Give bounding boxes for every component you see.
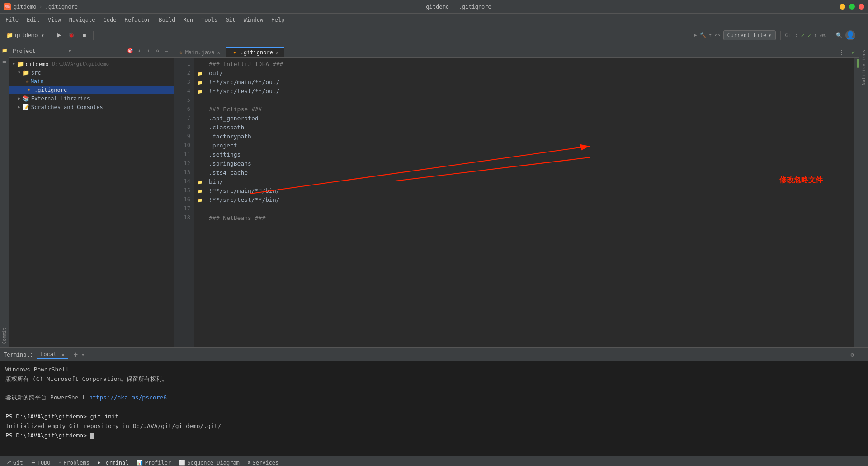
project-dropdown[interactable]: 📁 gitdemo ▾ <box>4 31 47 40</box>
terminal-settings-btn[interactable]: ⚙ <box>851 352 854 358</box>
editor-scroll-gutter[interactable] <box>854 58 859 347</box>
line6-text: ### Eclipse ### <box>209 105 262 114</box>
tree-item-src[interactable]: ▼ 📁 src <box>9 68 174 77</box>
menu-bar: File Edit View Navigate Code Refactor Bu… <box>0 14 868 26</box>
terminal-tab-icon-bottom: ▶ <box>98 460 101 466</box>
gutter-13 <box>194 168 205 177</box>
menu-tools[interactable]: Tools <box>198 16 221 24</box>
git-tab-icon-bottom: ⎇ <box>5 460 11 466</box>
menu-view[interactable]: View <box>44 16 65 24</box>
profiler-tab-label: Profiler <box>145 460 171 466</box>
project-panel-title: Project <box>13 48 65 54</box>
maximize-button[interactable] <box>849 4 855 10</box>
panel-close-btn[interactable]: — <box>163 48 170 55</box>
minimize-button[interactable] <box>840 4 845 10</box>
code-content[interactable]: ### IntelliJ IDEA ### out/ !**/src/main/… <box>205 58 854 347</box>
menu-help[interactable]: Help <box>268 16 288 24</box>
menu-git[interactable]: Git <box>222 16 239 24</box>
bottom-tab-terminal[interactable]: ▶ Terminal <box>94 458 132 466</box>
bottom-tab-git[interactable]: ⎇ Git <box>2 458 27 466</box>
menu-file[interactable]: File <box>2 16 22 24</box>
terminal-add-btn[interactable]: + <box>73 350 78 359</box>
bottom-tab-services[interactable]: ⚙ Services <box>244 458 282 466</box>
ln-3: 3 <box>174 78 190 87</box>
run-button[interactable]: ▶ <box>55 31 64 39</box>
commit-label: Commit <box>1 326 8 346</box>
menu-run[interactable]: Run <box>179 16 197 24</box>
gitignore-icon: 🔸 <box>25 86 33 93</box>
current-file-label: Current File <box>727 32 767 38</box>
tree-item-gitdemo[interactable]: ▼ 📁 gitdemo D:\JAVA\git\gitdemo <box>9 60 174 68</box>
panel-dropdown-arrow[interactable]: ▾ <box>68 48 71 54</box>
current-file-dropdown[interactable]: Current File ▾ <box>723 30 776 40</box>
line8-text: .classpath <box>209 123 244 133</box>
terminal-dropdown-btn[interactable]: ▾ <box>81 352 85 358</box>
toolbar-sep-4 <box>831 31 831 40</box>
git-tab-icon: 🔸 <box>231 50 238 56</box>
tab-gitignore[interactable]: 🔸 .gitignore ✕ <box>226 47 284 57</box>
line4-text: !**/src/test/**/out/ <box>209 87 280 96</box>
terminal-minimize-btn[interactable]: — <box>861 352 864 358</box>
collapse-all-btn[interactable]: ⬆ <box>145 48 152 55</box>
terminal-tab-close[interactable]: ✕ <box>61 352 64 357</box>
tab-main-java[interactable]: ☕ Main.java ✕ <box>174 47 226 57</box>
coverage-indicator: ☂ <box>709 32 712 38</box>
title-center: gitdemo - .gitignore <box>78 4 840 10</box>
bottom-tab-sequence[interactable]: ⬜ Sequence Diagram <box>175 458 243 466</box>
structure-icon[interactable]: ☰ <box>2 60 6 65</box>
menu-navigate[interactable]: Navigate <box>66 16 99 24</box>
bottom-tab-profiler[interactable]: 📊 Profiler <box>133 458 175 466</box>
terminal-local-label: Local <box>40 351 57 357</box>
tree-item-gitignore[interactable]: 🔸 .gitignore <box>9 86 174 94</box>
code-line-8: .classpath <box>209 123 850 132</box>
folder-gutter-15: 📁 <box>197 189 203 194</box>
root-label: gitdemo <box>26 61 49 67</box>
code-line-3: !**/src/main/**/out/ <box>209 78 850 87</box>
title-bar: 🧠 gitdemo › .gitignore gitdemo - .gitign… <box>0 0 868 14</box>
debug-button[interactable]: 🐞 <box>66 31 77 39</box>
code-line-11: .settings <box>209 150 850 159</box>
expand-all-btn[interactable]: ⬍ <box>136 48 143 55</box>
gutter-9 <box>194 132 205 141</box>
menu-refactor[interactable]: Refactor <box>121 16 154 24</box>
line13-text: .sts4-cache <box>209 168 248 178</box>
right-panel-notifications[interactable]: Notifications <box>860 46 867 89</box>
code-line-5 <box>209 96 850 105</box>
bottom-tab-todo[interactable]: ☰ TODO <box>28 458 54 466</box>
locate-file-btn[interactable]: 🎯 <box>127 48 134 55</box>
terminal-pscore-link[interactable]: https://aka.ms/pscore6 <box>89 394 167 401</box>
profiler-tab-icon: 📊 <box>137 460 143 466</box>
menu-edit[interactable]: Edit <box>23 16 43 24</box>
menu-build[interactable]: Build <box>155 16 179 24</box>
ln-17: 17 <box>174 204 190 214</box>
sequence-tab-icon: ⬜ <box>179 460 185 466</box>
search-toolbar-icon[interactable]: 🔍 <box>836 32 843 38</box>
terminal-tab-local[interactable]: Local ✕ <box>37 350 68 359</box>
gitignore-tab-close[interactable]: ✕ <box>276 50 278 55</box>
gutter-7 <box>194 114 205 123</box>
menu-window[interactable]: Window <box>240 16 267 24</box>
panel-settings-btn[interactable]: ⚙ <box>154 48 161 55</box>
tree-item-scratches[interactable]: ▶ 📝 Scratches and Consoles <box>9 103 174 111</box>
ln-15: 15 <box>174 186 190 195</box>
ln-14: 14 <box>174 177 190 186</box>
terminal-body[interactable]: Windows PowerShell 版权所有 (C) Microsoft Co… <box>0 361 868 456</box>
tabs-more-btn[interactable]: ⋮ <box>835 47 848 57</box>
menu-code[interactable]: Code <box>100 16 120 24</box>
tree-item-main[interactable]: ☕ Main <box>9 77 174 86</box>
code-line-12: .springBeans <box>209 159 850 168</box>
gutter-17 <box>194 204 205 214</box>
line1-text: ### IntelliJ IDEA ### <box>209 60 283 69</box>
tree-item-libraries[interactable]: ▶ 📚 External Libraries <box>9 94 174 103</box>
code-line-13: .sts4-cache <box>209 168 850 177</box>
gutter-icons: 📁 📁 📁 <box>194 58 205 347</box>
stop-button[interactable]: ⏹ <box>79 31 90 39</box>
line16-text: !**/src/test/**/bin/ <box>209 195 280 205</box>
main-java-tab-close[interactable]: ✕ <box>217 50 220 55</box>
ln-1: 1 <box>174 60 190 69</box>
project-activity-icon[interactable]: 📁 <box>2 48 7 53</box>
close-button[interactable] <box>859 4 864 10</box>
gutter-15: 📁 <box>194 186 205 195</box>
bottom-tab-problems[interactable]: ⚠ Problems <box>55 458 93 466</box>
commit-icon[interactable]: Commit <box>1 326 8 346</box>
